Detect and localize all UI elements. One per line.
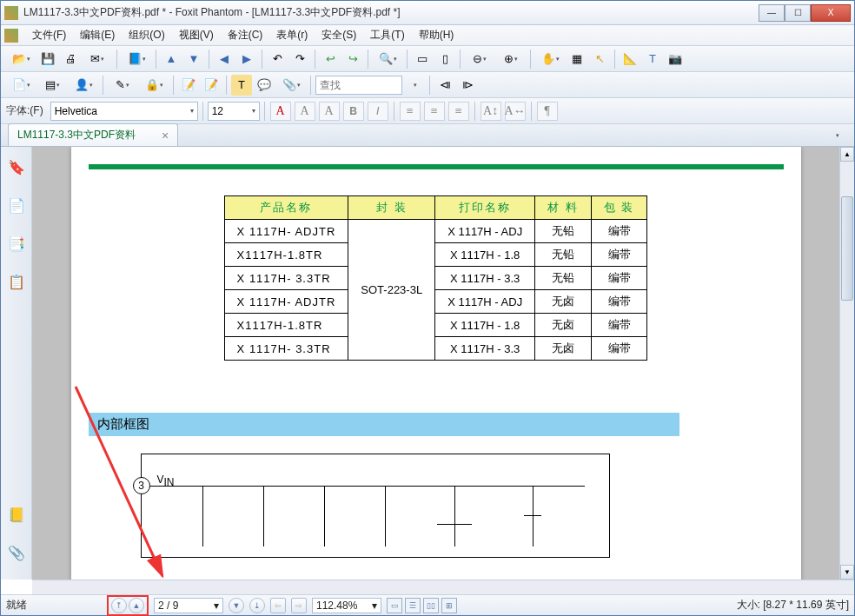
zoom-out-button[interactable]: ⊖▾: [465, 49, 494, 70]
sidebar: 🔖 📄 📑 📋 📒 📎: [1, 147, 32, 580]
minimize-button[interactable]: —: [759, 4, 785, 22]
sign-button[interactable]: ✎▾: [108, 75, 137, 96]
horizontal-scrollbar[interactable]: [32, 580, 854, 594]
fit-width-button[interactable]: ▯: [434, 49, 455, 70]
text-box-button[interactable]: T: [231, 75, 252, 96]
bookmark-prev-button[interactable]: ⧏: [434, 75, 455, 96]
menu-file[interactable]: 文件(F): [25, 25, 73, 45]
toolbar-secondary: 📄▾ ▤▾ 👤▾ ✎▾ 🔒▾ 📝 📝 T 💬 📎▾ ▾ ⧏ ⧐: [1, 72, 854, 98]
note-button[interactable]: 💬: [254, 75, 275, 96]
font-style2-button[interactable]: A: [319, 102, 340, 121]
back-button[interactable]: ⇦: [270, 598, 286, 613]
hand-tool-button[interactable]: ✋▾: [535, 49, 565, 70]
camera-button[interactable]: 📷: [665, 49, 686, 70]
text-select-button[interactable]: T: [642, 49, 663, 70]
last-page-button[interactable]: ▶: [236, 49, 257, 70]
font-size-combo[interactable]: 12▾: [208, 102, 260, 121]
menu-comment[interactable]: 备注(C): [221, 25, 270, 45]
align-center-button[interactable]: ≡: [424, 102, 445, 121]
notes-icon[interactable]: 📒: [7, 505, 26, 524]
close-button[interactable]: X: [811, 4, 851, 22]
pages-panel-icon[interactable]: 📄: [7, 195, 26, 215]
first-page-nav-button[interactable]: ⤒: [111, 598, 127, 613]
prev-page-nav-button[interactable]: ▲: [129, 598, 144, 613]
last-page-nav-button[interactable]: ⤓: [249, 598, 265, 613]
menu-secure[interactable]: 安全(S): [315, 25, 363, 45]
tab-menu-button[interactable]: ▾: [826, 125, 847, 146]
redo-button[interactable]: ↪: [342, 49, 363, 70]
menu-form[interactable]: 表单(r): [269, 25, 315, 45]
bookmarks-icon[interactable]: 🔖: [7, 157, 26, 176]
document-tab[interactable]: LM1117-3.3中文PDF资料 ×: [8, 123, 178, 146]
prev-view-button[interactable]: ▲: [161, 49, 182, 70]
align-left-button[interactable]: ≡: [400, 102, 421, 121]
scroll-thumb[interactable]: [841, 196, 853, 301]
zoom-in-button[interactable]: ⊕▾: [496, 49, 526, 70]
mail-button[interactable]: ✉▾: [83, 49, 112, 70]
attachments-icon[interactable]: 📎: [7, 543, 26, 562]
single-page-view-icon[interactable]: ▭: [387, 598, 402, 613]
search-input[interactable]: [315, 76, 402, 95]
menu-help[interactable]: 帮助(H): [412, 25, 461, 45]
tab-close-icon[interactable]: ×: [162, 129, 169, 142]
stamp-button[interactable]: 👤▾: [69, 75, 98, 96]
scroll-up-icon[interactable]: ▲: [840, 147, 854, 162]
first-page-button[interactable]: ◀: [214, 49, 235, 70]
font-style1-button[interactable]: A: [295, 102, 315, 121]
tabbar: LM1117-3.3中文PDF资料 × ▾: [1, 124, 854, 147]
zoom-input[interactable]: 112.48%▾: [312, 598, 381, 613]
th-product: 产品名称: [224, 196, 348, 220]
lock-button[interactable]: 🔒▾: [139, 75, 169, 96]
forward-button[interactable]: ⇨: [291, 598, 307, 613]
menu-view[interactable]: 视图(V): [172, 25, 221, 45]
pages-button[interactable]: ▤▾: [37, 75, 67, 96]
page-size-label: 大小: [8.27 * 11.69 英寸]: [737, 598, 849, 613]
next-page-nav-button[interactable]: ▼: [229, 598, 244, 613]
scroll-down-icon[interactable]: ▼: [840, 565, 854, 580]
continuous-facing-view-icon[interactable]: ⊞: [441, 598, 457, 613]
pdf-page: 产品名称 封 装 打印名称 材 料 包 装 X 1117H- ADJTRSOT-…: [71, 147, 801, 580]
snapshot-button[interactable]: ▦: [567, 49, 587, 70]
open-button[interactable]: 📂▾: [6, 49, 36, 70]
indent-button[interactable]: ¶: [537, 102, 558, 121]
search-dropdown[interactable]: ▾: [404, 75, 425, 96]
save-button[interactable]: 💾: [37, 49, 58, 70]
app-menu-icon[interactable]: [4, 29, 18, 43]
fit-page-button[interactable]: ▭: [412, 49, 433, 70]
print-button[interactable]: 🖨: [60, 49, 81, 70]
maximize-button[interactable]: ☐: [785, 4, 811, 22]
menu-edit[interactable]: 编辑(E): [73, 25, 122, 45]
spacing1-button[interactable]: A↕: [481, 102, 501, 121]
font-color-button[interactable]: A: [270, 102, 291, 121]
attach-button[interactable]: 📎▾: [276, 75, 306, 96]
edit1-button[interactable]: 📝: [178, 75, 199, 96]
menu-tool[interactable]: 工具(T): [363, 25, 411, 45]
th-package: 封 装: [348, 196, 435, 220]
align-right-button[interactable]: ≡: [448, 102, 469, 121]
undo-button[interactable]: ↩: [320, 49, 341, 70]
edit2-button[interactable]: 📝: [201, 75, 222, 96]
page-header-bar: [89, 164, 784, 169]
italic-button[interactable]: I: [368, 102, 388, 121]
vertical-scrollbar[interactable]: ▲ ▼: [839, 147, 854, 580]
bold-button[interactable]: B: [343, 102, 364, 121]
continuous-view-icon[interactable]: ☰: [405, 598, 421, 613]
zoom-tool-button[interactable]: 🔍▾: [373, 49, 402, 70]
menu-organize[interactable]: 组织(O): [122, 25, 171, 45]
rotate-left-button[interactable]: ↶: [267, 49, 288, 70]
spacing2-button[interactable]: A↔: [505, 102, 526, 121]
scan-button[interactable]: 📘▾: [122, 49, 151, 70]
next-view-button[interactable]: ▼: [183, 49, 204, 70]
document-scroll[interactable]: 产品名称 封 装 打印名称 材 料 包 装 X 1117H- ADJTRSOT-…: [32, 147, 839, 580]
facing-view-icon[interactable]: ▯▯: [423, 598, 439, 613]
comments-icon[interactable]: 📋: [7, 272, 26, 291]
select-tool-button[interactable]: ↖: [589, 49, 610, 70]
layers-icon[interactable]: 📑: [7, 234, 26, 253]
rotate-right-button[interactable]: ↷: [289, 49, 310, 70]
measure-button[interactable]: 📐: [620, 49, 640, 70]
bookmark-next-button[interactable]: ⧐: [457, 75, 478, 96]
page-number-input[interactable]: 2 / 9▾: [154, 598, 223, 613]
export-button[interactable]: 📄▾: [6, 75, 36, 96]
circuit-diagram: 3 VIN: [141, 454, 610, 558]
font-family-combo[interactable]: Helvetica▾: [50, 102, 198, 121]
